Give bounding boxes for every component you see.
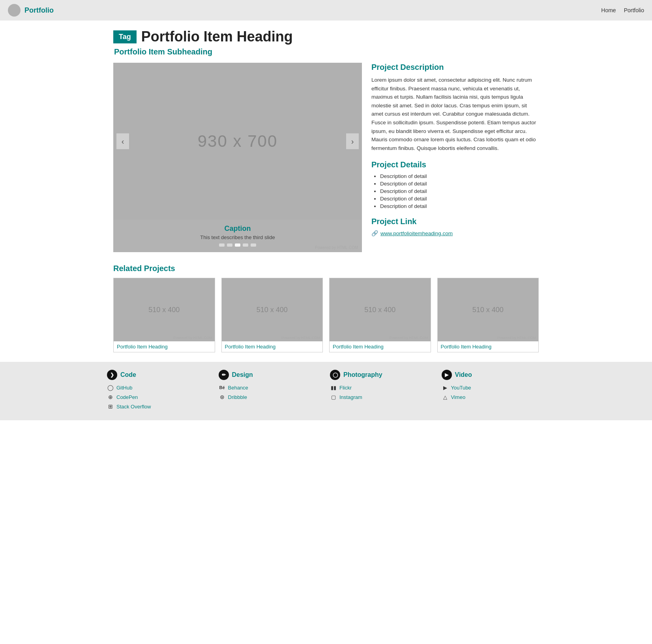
carousel-powered: Powered by HTML.COM bbox=[315, 245, 358, 250]
youtube-link[interactable]: YouTube bbox=[451, 385, 471, 391]
navbar-brand[interactable]: Portfolio bbox=[8, 4, 54, 17]
footer-col-video: ▶ Video ▶ YouTube △ Vimeo bbox=[442, 370, 545, 412]
nav-home[interactable]: Home bbox=[601, 7, 616, 13]
footer-link-vimeo: △ Vimeo bbox=[442, 393, 545, 401]
footer-link-behance: Bé Behance bbox=[219, 384, 322, 391]
navbar: Portfolio Home Portfolio bbox=[0, 0, 652, 21]
youtube-icon: ▶ bbox=[442, 384, 449, 391]
sidebar-detail-3: Description of detail bbox=[380, 188, 539, 194]
flickr-link[interactable]: Flickr bbox=[339, 385, 352, 391]
related-card-img-4: 510 x 400 Powered by HTML.COM bbox=[438, 278, 539, 341]
github-icon: ◯ bbox=[107, 384, 114, 391]
sidebar-description-section: Project Description Lorem ipsum dolor si… bbox=[371, 63, 539, 152]
carousel-indicator-5[interactable] bbox=[251, 243, 256, 247]
sidebar-details-title: Project Details bbox=[371, 160, 539, 169]
dribbble-link[interactable]: Dribbble bbox=[228, 394, 247, 400]
nav-links: Home Portfolio bbox=[601, 7, 644, 13]
related-card-label-3: Portfolio Item Heading bbox=[330, 341, 431, 352]
vimeo-icon: △ bbox=[442, 393, 449, 401]
carousel: 930 x 700 ‹ › Caption This text describe… bbox=[113, 63, 362, 252]
sidebar: Project Description Lorem ipsum dolor si… bbox=[371, 63, 539, 252]
footer-link-youtube: ▶ YouTube bbox=[442, 384, 545, 391]
related-card-2[interactable]: 510 x 400 Powered by HTML.COM Portfolio … bbox=[221, 278, 323, 352]
related-card-3[interactable]: 510 x 400 Powered by HTML.COM Portfolio … bbox=[329, 278, 431, 352]
related-card-img-2: 510 x 400 Powered by HTML.COM bbox=[222, 278, 323, 341]
footer-col-photography: ◯ Photography ▮▮ Flickr ▢ Instagram bbox=[330, 370, 434, 412]
related-grid: 510 x 400 Powered by HTML.COM Portfolio … bbox=[113, 278, 539, 352]
vimeo-link[interactable]: Vimeo bbox=[451, 394, 466, 400]
carousel-indicator-1[interactable] bbox=[219, 243, 225, 247]
carousel-next-button[interactable]: › bbox=[346, 133, 359, 149]
carousel-indicator-4[interactable] bbox=[243, 243, 248, 247]
flickr-icon: ▮▮ bbox=[330, 384, 337, 391]
video-icon: ▶ bbox=[442, 370, 452, 380]
item-title: Portfolio Item Heading bbox=[141, 28, 293, 45]
related-card-placeholder-3: 510 x 400 bbox=[364, 306, 395, 314]
sidebar-detail-1: Description of detail bbox=[380, 173, 539, 179]
sidebar-link-section: Project Link 🔗 www.portfolioitemheading.… bbox=[371, 217, 539, 236]
footer-col-video-title: ▶ Video bbox=[442, 370, 545, 380]
carousel-placeholder: 930 x 700 bbox=[198, 132, 278, 151]
footer-col-design: ✏ Design Bé Behance ⊛ Dribbble bbox=[219, 370, 322, 412]
avatar bbox=[8, 4, 21, 17]
related-card-label-4: Portfolio Item Heading bbox=[438, 341, 539, 352]
item-subtitle: Portfolio Item Subheading bbox=[114, 47, 539, 56]
codepen-icon: ⊕ bbox=[107, 393, 114, 401]
behance-link[interactable]: Behance bbox=[228, 385, 248, 391]
footer-link-flickr: ▮▮ Flickr bbox=[330, 384, 434, 391]
related-card-1[interactable]: 510 x 400 Powered by HTML.COM Portfolio … bbox=[113, 278, 215, 352]
footer-link-github: ◯ GitHub bbox=[107, 384, 211, 391]
related-card-img-1: 510 x 400 Powered by HTML.COM bbox=[114, 278, 215, 341]
footer-col-code-title: ❯ Code bbox=[107, 370, 211, 380]
related-card-label-2: Portfolio Item Heading bbox=[222, 341, 323, 352]
nav-portfolio[interactable]: Portfolio bbox=[624, 7, 644, 13]
related-section: Related Projects 510 x 400 Powered by HT… bbox=[113, 264, 539, 352]
github-link[interactable]: GitHub bbox=[116, 385, 132, 391]
external-link-icon: 🔗 bbox=[371, 230, 378, 236]
related-title: Related Projects bbox=[113, 264, 539, 273]
item-tag: Tag bbox=[113, 30, 137, 43]
footer-link-stackoverflow: ⊞ Stack Overflow bbox=[107, 403, 211, 410]
sidebar-description-text: Lorem ipsum dolor sit amet, consectetur … bbox=[371, 76, 539, 152]
sidebar-link-title: Project Link bbox=[371, 217, 539, 226]
related-card-placeholder-1: 510 x 400 bbox=[148, 306, 180, 314]
footer-col-design-title: ✏ Design bbox=[219, 370, 322, 380]
carousel-indicator-2[interactable] bbox=[227, 243, 232, 247]
related-card-img-3: 510 x 400 Powered by HTML.COM bbox=[330, 278, 431, 341]
footer-inner: ❯ Code ◯ GitHub ⊕ CodePen ⊞ Stack Overfl… bbox=[107, 370, 545, 412]
behance-icon: Bé bbox=[219, 384, 226, 391]
item-heading-row: Tag Portfolio Item Heading bbox=[113, 28, 539, 45]
footer-col-photography-title: ◯ Photography bbox=[330, 370, 434, 380]
sidebar-detail-2: Description of detail bbox=[380, 181, 539, 187]
photography-icon: ◯ bbox=[330, 370, 340, 380]
related-card-placeholder-2: 510 x 400 bbox=[257, 306, 288, 314]
carousel-indicator-3[interactable] bbox=[235, 243, 240, 247]
carousel-prev-button[interactable]: ‹ bbox=[116, 133, 129, 149]
carousel-caption-title: Caption bbox=[121, 225, 354, 233]
footer: ❯ Code ◯ GitHub ⊕ CodePen ⊞ Stack Overfl… bbox=[0, 362, 652, 420]
footer-link-codepen: ⊕ CodePen bbox=[107, 393, 211, 401]
project-link[interactable]: www.portfolioitemheading.com bbox=[380, 230, 453, 236]
item-heading-area: Tag Portfolio Item Heading Portfolio Ite… bbox=[113, 28, 539, 56]
footer-link-dribbble: ⊛ Dribbble bbox=[219, 393, 322, 401]
related-card-powered-3: Powered by HTML.COM bbox=[389, 336, 428, 340]
sidebar-detail-4: Description of detail bbox=[380, 196, 539, 202]
footer-col-code: ❯ Code ◯ GitHub ⊕ CodePen ⊞ Stack Overfl… bbox=[107, 370, 211, 412]
related-card-powered-1: Powered by HTML.COM bbox=[173, 336, 212, 340]
codepen-link[interactable]: CodePen bbox=[116, 394, 138, 400]
instagram-link[interactable]: Instagram bbox=[339, 394, 362, 400]
carousel-caption-text: This text describes the third slide bbox=[121, 234, 354, 240]
main-content: 930 x 700 ‹ › Caption This text describe… bbox=[113, 63, 539, 252]
page-container: Tag Portfolio Item Heading Portfolio Ite… bbox=[107, 21, 545, 352]
footer-link-instagram: ▢ Instagram bbox=[330, 393, 434, 401]
sidebar-details-section: Project Details Description of detail De… bbox=[371, 160, 539, 209]
instagram-icon: ▢ bbox=[330, 393, 337, 401]
code-icon: ❯ bbox=[107, 370, 117, 380]
project-link-row: 🔗 www.portfolioitemheading.com bbox=[371, 230, 539, 236]
sidebar-description-title: Project Description bbox=[371, 63, 539, 72]
related-card-powered-4: Powered by HTML.COM bbox=[497, 336, 536, 340]
related-card-powered-2: Powered by HTML.COM bbox=[281, 336, 320, 340]
related-card-4[interactable]: 510 x 400 Powered by HTML.COM Portfolio … bbox=[437, 278, 539, 352]
related-card-label-1: Portfolio Item Heading bbox=[114, 341, 215, 352]
stackoverflow-link[interactable]: Stack Overflow bbox=[116, 404, 151, 410]
